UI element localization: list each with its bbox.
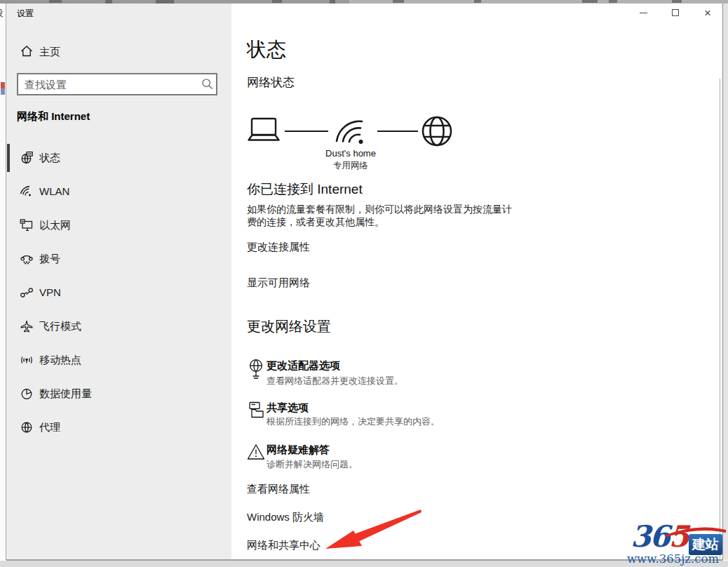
sidebar-item-label: 以太网	[39, 219, 71, 232]
watermark-url: www.365jz.com	[627, 552, 719, 566]
sidebar-item-proxy[interactable]: 代理	[7, 412, 231, 443]
sidebar-item-vpn[interactable]: VPN	[7, 277, 231, 308]
desktop-right-strip	[723, 4, 728, 560]
sidebar-item-label: 主页	[39, 46, 60, 59]
connection-line	[285, 131, 328, 132]
close-button[interactable]: ×	[697, 6, 718, 20]
laptop-icon	[247, 117, 281, 147]
sidebar-item-mobile-hotspot[interactable]: 移动热点	[7, 345, 231, 375]
sidebar-item-status[interactable]: 状态	[7, 142, 231, 173]
ethernet-icon	[20, 218, 34, 235]
clipped-icon	[1, 82, 5, 88]
vpn-icon	[20, 286, 34, 302]
show-available-networks-link[interactable]: 显示可用网络	[247, 276, 310, 290]
change-connection-properties-link[interactable]: 更改连接属性	[247, 241, 310, 254]
adapter-options-link[interactable]: 更改适配器选项	[267, 359, 340, 373]
sidebar-item-wlan[interactable]: WLAN	[7, 176, 231, 207]
view-network-properties-link[interactable]: 查看网络属性	[247, 483, 310, 496]
hotspot-icon	[20, 353, 34, 370]
sidebar-item-label: VPN	[39, 286, 61, 298]
wifi-network-icon	[335, 118, 370, 150]
sidebar-item-label: 代理	[39, 421, 60, 434]
network-status-heading: 网络状态	[247, 74, 295, 91]
clipped-icon	[1, 88, 5, 95]
connection-line	[377, 131, 418, 132]
network-type: 专用网络	[302, 160, 400, 172]
sidebar-item-label: WLAN	[39, 185, 69, 197]
change-network-settings-heading: 更改网络设置	[247, 317, 331, 336]
selected-indicator	[7, 144, 10, 172]
proxy-globe-icon	[20, 420, 34, 437]
sharing-options-link[interactable]: 共享选项	[267, 401, 309, 415]
sidebar-item-label: 移动热点	[39, 354, 81, 367]
sidebar-item-airplane-mode[interactable]: 飞行模式	[7, 311, 231, 342]
sidebar-item-label: 飞行模式	[39, 320, 81, 333]
sidebar-item-dialup[interactable]: 拨号	[7, 244, 231, 274]
settings-window: 设 设置 × 主页 网络和 Internet	[0, 0, 728, 567]
wifi-icon	[20, 185, 34, 201]
sharing-options-desc: 根据所连接到的网络，决定要共享的内容。	[267, 415, 440, 428]
desktop-bottom-strip	[0, 561, 728, 567]
home-icon	[20, 44, 34, 61]
window-title: 设置	[17, 8, 34, 20]
sidebar-section-title: 网络和 Internet	[17, 110, 90, 124]
watermark-logo: 365 建站 www.365jz.com	[626, 522, 728, 564]
sidebar-item-label: 拨号	[39, 253, 60, 266]
dialup-phone-icon	[20, 252, 34, 269]
adapter-options-icon	[247, 359, 265, 382]
search-icon	[201, 78, 213, 93]
network-name: Dust's home	[302, 148, 400, 159]
network-troubleshooter-desc: 诊断并解决网络问题。	[267, 458, 358, 471]
search-input[interactable]	[17, 73, 217, 95]
adapter-options-desc: 查看网络适配器并更改连接设置。	[267, 375, 403, 387]
sidebar-item-label: 数据使用量	[39, 387, 92, 401]
page-title: 状态	[247, 36, 286, 63]
scrollbar[interactable]	[720, 79, 720, 559]
clipped-text-fragment: 设	[0, 7, 4, 20]
background-window-left-sliver: 设	[0, 4, 6, 560]
network-troubleshooter-link[interactable]: 网络疑难解答	[267, 443, 330, 457]
data-usage-icon	[20, 387, 34, 403]
maximize-icon	[672, 9, 679, 16]
connected-heading: 你已连接到 Internet	[247, 180, 363, 199]
windows-firewall-link[interactable]: Windows 防火墙	[247, 511, 324, 524]
status-icon	[20, 151, 34, 168]
sidebar-item-label: 状态	[39, 152, 60, 165]
sidebar-item-ethernet[interactable]: 以太网	[7, 210, 231, 241]
red-annotation-arrow	[324, 508, 422, 553]
sidebar-item-home[interactable]: 主页	[7, 39, 230, 66]
minimize-icon	[640, 13, 647, 13]
network-sharing-center-link[interactable]: 网络和共享中心	[247, 539, 321, 552]
sidebar-item-data-usage[interactable]: 数据使用量	[7, 378, 231, 409]
minimize-button[interactable]	[633, 6, 654, 20]
airplane-icon	[20, 319, 34, 336]
connected-description: 如果你的流量套餐有限制，则你可以将此网络设置为按流量计费的连接，或者更改其他属性…	[247, 203, 518, 228]
internet-globe-icon	[419, 115, 454, 150]
maximize-button[interactable]	[665, 6, 686, 20]
sharing-options-icon	[247, 401, 265, 422]
troubleshoot-warning-icon	[247, 443, 265, 463]
